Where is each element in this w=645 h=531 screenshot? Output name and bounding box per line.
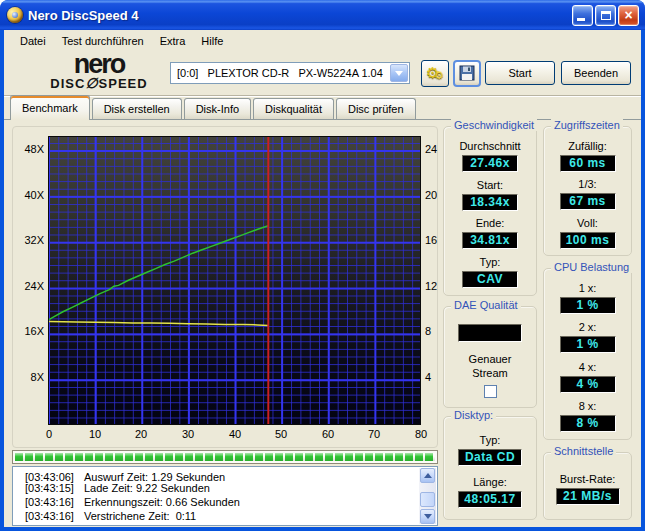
scroll-up-button[interactable]: [420, 468, 435, 483]
series-read-speed: [49, 226, 268, 320]
gear-small-icon: ⚙: [434, 69, 444, 82]
tab-strip: Benchmark Disk erstellen Disk-Info Diskq…: [4, 98, 641, 120]
caption-buttons: ×: [572, 5, 639, 26]
save-button[interactable]: [453, 60, 481, 87]
x-axis-tick: 70: [361, 428, 387, 440]
field-label: Durchschnitt: [459, 140, 520, 153]
maximize-icon: [601, 11, 611, 20]
tab-disc-pruefen[interactable]: Disc prüfen: [336, 98, 416, 119]
lcd-dae-quality: [458, 324, 522, 342]
field-label: 1 x:: [579, 282, 597, 295]
combobox-dropdown-button[interactable]: [390, 64, 408, 82]
lcd-full-access: 100 ms: [560, 232, 616, 249]
x-axis-tick: 40: [222, 428, 248, 440]
lcd-speed-type: CAV: [462, 271, 518, 288]
lcd-average-speed: 27.46x: [462, 155, 518, 172]
field-label: Ende:: [476, 217, 505, 230]
log-line: [03:43:16]Erkennungszeit: 0.66 Sekunden: [13, 495, 437, 509]
toolbar: nero DISC∅SPEED [0:0] PLEXTOR CD-R PX-W5…: [4, 51, 641, 96]
y-axis-left-tick: 16X: [12, 325, 44, 337]
window-title: Nero DiscSpeed 4: [28, 8, 139, 23]
interface-panel: Schnittstelle Burst-Rate:21 MB/s: [543, 452, 632, 520]
disc-glyph-icon: ∅: [85, 75, 98, 91]
x-axis-tick: 10: [82, 428, 108, 440]
scrollbar-thumb[interactable]: [420, 492, 435, 507]
speed-panel: Geschwindigkeit Durchschnitt27.46x Start…: [443, 126, 537, 296]
drive-selector-combobox[interactable]: [0:0] PLEXTOR CD-R PX-W5224A 1.04: [170, 62, 410, 84]
field-label: 2 x:: [579, 321, 597, 334]
disc-type-panel: Disktyp: Typ:Data CD Länge:48:05.17: [443, 416, 537, 520]
minimize-icon: [577, 18, 585, 21]
log-line: [03:43:06]Auswurf Zeit: 1.29 Sekunden: [13, 467, 437, 481]
field-label: Typ:: [480, 434, 501, 447]
menu-bar: Datei Test durchführen Extra Hilfe: [4, 30, 641, 51]
minimize-button[interactable]: [572, 5, 593, 26]
menu-test-durchfuehren[interactable]: Test durchführen: [54, 33, 152, 49]
lcd-disc-type: Data CD: [458, 449, 522, 466]
tab-disk-info[interactable]: Disk-Info: [184, 98, 251, 119]
menu-datei[interactable]: Datei: [12, 33, 54, 49]
triangle-up-icon: [424, 473, 432, 478]
lcd-end-speed: 34.81x: [462, 232, 518, 249]
x-axis-tick: 0: [36, 428, 62, 440]
log-line: [03:43:16]Verstrichene Zeit: 0:11: [13, 509, 437, 523]
menu-hilfe[interactable]: Hilfe: [193, 33, 231, 49]
x-axis-tick: 80: [408, 428, 434, 440]
app-window: Nero DiscSpeed 4 × Datei Test durchführe…: [0, 0, 645, 531]
benchmark-page: 48X 40X 32X 24X 16X 8X 24 20 16 12 8 4 0…: [4, 120, 641, 527]
quit-button[interactable]: Beenden: [561, 61, 631, 85]
close-icon: ×: [619, 7, 638, 24]
accurate-stream-label: Stream: [472, 366, 507, 380]
lcd-burst-rate: 21 MB/s: [556, 488, 620, 505]
dae-quality-panel: DAE Qualität Genauer Stream: [443, 306, 537, 408]
x-axis-tick: 60: [315, 428, 341, 440]
lcd-cpu-4x: 4 %: [560, 376, 616, 393]
scroll-down-button[interactable]: [420, 509, 435, 524]
lcd-cpu-2x: 1 %: [560, 336, 616, 353]
logo-nero-text: nero: [34, 52, 164, 76]
cpu-usage-panel: CPU Belastung 1 x:1 % 2 x:1 % 4 x:4 % 8 …: [543, 268, 632, 440]
field-label: Länge:: [473, 476, 507, 489]
log-listbox: [03:43:06]Auswurf Zeit: 1.29 Sekunden [0…: [12, 466, 438, 526]
app-icon[interactable]: [7, 7, 23, 23]
y-axis-left-tick: 8X: [12, 371, 44, 383]
options-button[interactable]: ⚙ ⚙: [421, 60, 449, 87]
drive-selector-value: [0:0] PLEXTOR CD-R PX-W5224A 1.04: [171, 67, 390, 79]
accurate-stream-label: Genauer: [469, 352, 512, 366]
access-times-panel: Zugriffszeiten Zufällig:60 ms 1/3:67 ms …: [543, 126, 632, 256]
floppy-disk-icon: [459, 65, 475, 81]
log-scrollbar[interactable]: [419, 468, 436, 524]
y-axis-left-tick: 24X: [12, 280, 44, 292]
tab-disk-erstellen[interactable]: Disk erstellen: [92, 98, 182, 119]
lcd-disc-length: 48:05.17: [458, 491, 522, 508]
lcd-cpu-8x: 8 %: [560, 415, 616, 432]
menu-extra[interactable]: Extra: [152, 33, 194, 49]
field-label: Voll:: [577, 217, 598, 230]
tab-diskqualitaet[interactable]: Diskqualität: [253, 98, 334, 119]
x-axis-tick: 20: [128, 428, 154, 440]
lcd-cpu-1x: 1 %: [560, 297, 616, 314]
tab-benchmark[interactable]: Benchmark: [10, 95, 90, 120]
lcd-start-speed: 18.34x: [462, 194, 518, 211]
field-label: 8 x:: [579, 400, 597, 413]
client-area: Datei Test durchführen Extra Hilfe nero …: [4, 30, 641, 527]
y-axis-left-tick: 48X: [12, 143, 44, 155]
maximize-button[interactable]: [595, 5, 616, 26]
y-axis-left-tick: 32X: [12, 234, 44, 246]
start-button[interactable]: Start: [485, 61, 555, 85]
progress-fill: [15, 453, 435, 461]
x-axis-tick: 30: [175, 428, 201, 440]
accurate-stream-checkbox[interactable]: [484, 385, 497, 398]
close-button[interactable]: ×: [618, 5, 639, 26]
test-progress-bar: [12, 450, 438, 464]
benchmark-chart: [48, 136, 421, 425]
field-label: Typ:: [480, 256, 501, 269]
field-label: 4 x:: [579, 361, 597, 374]
series-rotation-speed: [49, 322, 268, 326]
y-axis-left-tick: 40X: [12, 189, 44, 201]
triangle-down-icon: [424, 514, 432, 519]
lcd-third-access: 67 ms: [560, 193, 616, 210]
title-bar: Nero DiscSpeed 4 ×: [0, 0, 645, 30]
field-label: Burst-Rate:: [560, 473, 616, 486]
x-axis-tick: 50: [268, 428, 294, 440]
